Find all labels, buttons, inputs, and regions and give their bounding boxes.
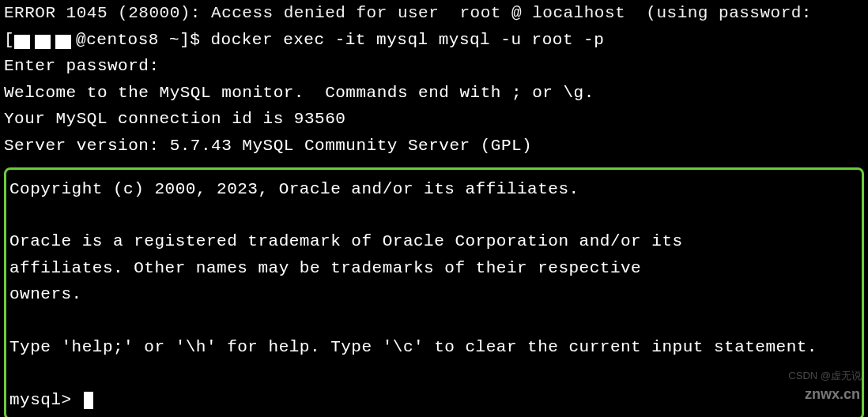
server-version-line: Server version: 5.7.43 MySQL Community S… xyxy=(4,133,864,160)
shell-command: docker exec -it mysql mysql -u root -p xyxy=(210,31,604,49)
trademark-line-3: owners. xyxy=(9,281,859,308)
watermark-znwx: znwx.cn xyxy=(805,383,860,406)
blank-line xyxy=(9,308,859,334)
highlighted-section: Copyright (c) 2000, 2023, Oracle and/or … xyxy=(4,167,864,417)
blank-line xyxy=(9,361,859,387)
redacted-block xyxy=(35,35,51,49)
enter-password-line: Enter password: xyxy=(4,53,864,80)
copyright-line: Copyright (c) 2000, 2023, Oracle and/or … xyxy=(9,176,859,203)
redacted-block xyxy=(55,35,71,49)
error-line-cutoff: ERROR 1045 (28000): Access denied for us… xyxy=(4,0,864,27)
trademark-line-1: Oracle is a registered trademark of Orac… xyxy=(9,228,859,255)
terminal-output[interactable]: ERROR 1045 (28000): Access denied for us… xyxy=(0,0,868,417)
redacted-block xyxy=(14,35,30,49)
mysql-prompt-text: mysql> xyxy=(9,391,82,409)
watermark-csdn: CSDN @虚无说 xyxy=(788,368,862,385)
welcome-line: Welcome to the MySQL monitor. Commands e… xyxy=(4,80,864,107)
shell-host: @centos8 ~]$ xyxy=(76,31,210,49)
shell-prompt-line: [@centos8 ~]$ docker exec -it mysql mysq… xyxy=(4,27,864,54)
blank-line xyxy=(9,202,859,228)
cursor xyxy=(84,392,93,409)
connection-id-line: Your MySQL connection id is 93560 xyxy=(4,106,864,133)
trademark-line-2: affiliates. Other names may be trademark… xyxy=(9,255,859,282)
help-line: Type 'help;' or '\h' for help. Type '\c'… xyxy=(9,334,859,361)
mysql-prompt-line[interactable]: mysql> xyxy=(9,387,859,414)
